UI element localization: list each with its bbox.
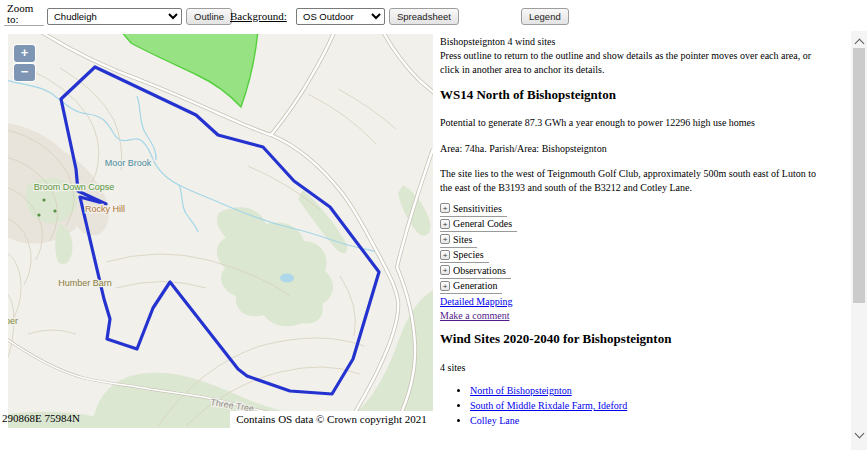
make-a-comment-link[interactable]: Make a comment	[440, 310, 509, 321]
site-description: The site lies to the west of Teignmouth …	[440, 167, 820, 195]
legend-button[interactable]: Legend	[521, 8, 569, 25]
expand-plus-icon[interactable]: +	[440, 265, 450, 275]
map-zoom-control: + −	[14, 45, 35, 81]
accordion-sensitivities[interactable]: + Sensitivities	[440, 201, 507, 217]
map-label-broom-down-copse: Broom Down Copse	[34, 182, 115, 192]
background-label: Background:	[230, 10, 287, 22]
zoom-to-cell: Zoom to:	[4, 0, 44, 26]
outline-button[interactable]: Outline	[186, 8, 232, 25]
sites-count: 4 sites	[440, 361, 820, 375]
spreadsheet-button[interactable]: Spreadsheet	[389, 8, 459, 25]
potential-line: Potential to generate 87.3 GWh a year en…	[440, 116, 820, 130]
accordion-observations[interactable]: + Observations	[440, 263, 511, 279]
wind-sites-heading: Wind Sites 2020-2040 for Bishopsteignton	[440, 331, 671, 346]
site-link-south-of-middle-rixdale[interactable]: South of Middle Rixdale Farm, Ideford	[470, 400, 627, 411]
zoom-in-button[interactable]: +	[14, 45, 35, 62]
map-attribution: Contains OS data © Crown copyright 2021	[230, 411, 433, 428]
zoom-out-button[interactable]: −	[14, 64, 35, 81]
map-label-rocky-hill: Rocky Hill	[85, 204, 125, 214]
site-link-colley-lane[interactable]: Colley Lane	[470, 415, 519, 426]
accordion-label[interactable]: Observations	[453, 265, 506, 276]
accordion-label[interactable]: General Codes	[453, 218, 512, 229]
site-heading: WS14 North of Bishopsteignton	[440, 87, 616, 102]
pond	[280, 274, 294, 283]
intro-line2: Press outline to return to the outline a…	[440, 50, 811, 75]
area-line: Area: 74ha. Parish/Area: Bishopsteignton	[440, 142, 820, 156]
accordion-label[interactable]: Species	[453, 249, 484, 260]
expand-plus-icon[interactable]: +	[440, 281, 450, 291]
sites-list: North of Bishopsteignton South of Middle…	[440, 383, 627, 428]
accordion-species[interactable]: + Species	[440, 248, 489, 264]
intro-line1: Bishopsteignton 4 wind sites	[440, 36, 555, 47]
expand-plus-icon[interactable]: +	[440, 234, 450, 244]
accordion-list: + Sensitivities + General Codes + Sites …	[440, 201, 517, 294]
expand-plus-icon[interactable]: +	[440, 203, 450, 213]
intro-text: Bishopsteignton 4 wind sites Press outli…	[440, 35, 820, 77]
map-label-moor-brook: Moor Brook	[105, 158, 152, 168]
detailed-mapping-link[interactable]: Detailed Mapping	[440, 296, 512, 307]
site-list-item: South of Middle Rixdale Farm, Ideford	[470, 398, 627, 413]
map-canvas[interactable]: Moor Brook Broom Down Copse Rocky Hill H…	[8, 34, 433, 428]
accordion-label[interactable]: Sensitivities	[453, 203, 502, 214]
site-link-north-of-bishopsteignton[interactable]: North of Bishopsteignton	[470, 385, 572, 396]
accordion-label[interactable]: Sites	[453, 234, 472, 245]
map-coordinates-readout: 290868E 75984N	[2, 412, 80, 424]
accordion-sites[interactable]: + Sites	[440, 232, 477, 248]
site-list-item: North of Bishopsteignton	[470, 383, 627, 398]
zoom-to-label: Zoom to:	[4, 0, 38, 25]
scrollbar-thumb[interactable]	[853, 48, 865, 303]
background-select[interactable]: OS Outdoor	[296, 8, 385, 25]
forest-area	[120, 34, 258, 107]
expand-plus-icon[interactable]: +	[440, 219, 450, 229]
zoom-to-area-select[interactable]: Chudleigh	[47, 8, 182, 25]
accordion-label[interactable]: Generation	[453, 280, 497, 291]
expand-plus-icon[interactable]: +	[440, 250, 450, 260]
map-label-humber-barn: Humber Barn	[58, 278, 112, 288]
map-graphics: Moor Brook Broom Down Copse Rocky Hill H…	[8, 34, 433, 428]
site-list-item: Colley Lane	[470, 413, 627, 428]
accordion-generation[interactable]: + Generation	[440, 279, 502, 295]
map-label-edge-ber: ber	[8, 316, 18, 326]
accordion-general-codes[interactable]: + General Codes	[440, 217, 517, 233]
